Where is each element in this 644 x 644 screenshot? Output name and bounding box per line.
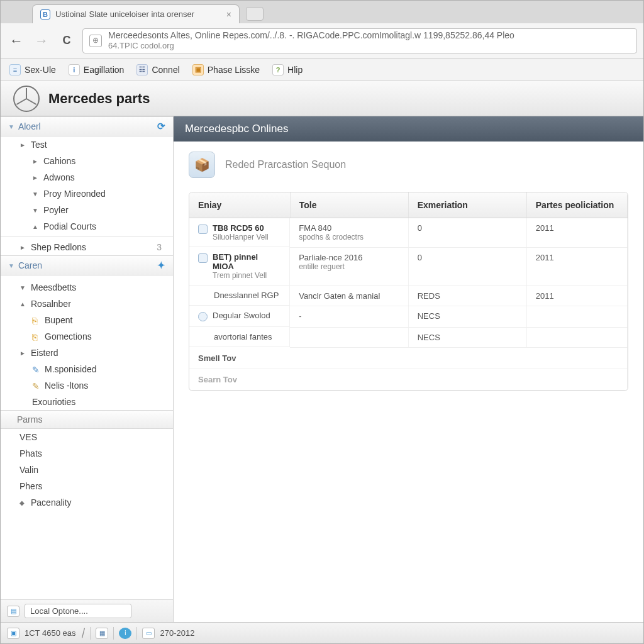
address-bar-row: ← → C ⊕ Merceedesonts Altes, Online Repe… bbox=[1, 23, 643, 58]
col-exmeriantion[interactable]: Exmeriation bbox=[408, 192, 526, 218]
caret-right-icon: ► bbox=[19, 142, 27, 148]
table-footer-row: Searn Tov bbox=[189, 369, 628, 390]
folder-icon: ⎘ bbox=[32, 332, 41, 341]
sidebar-section-parms[interactable]: Parms bbox=[1, 410, 173, 429]
sidebar-item-cahions[interactable]: ►Cahions bbox=[1, 153, 173, 169]
sidebar-item-podial[interactable]: ▲Podial Courts bbox=[1, 218, 173, 235]
bookmark-item[interactable]: ☷ Connel bbox=[136, 64, 179, 75]
window-icon[interactable]: ▣ bbox=[7, 628, 19, 639]
radio-icon[interactable] bbox=[198, 312, 208, 321]
close-icon[interactable]: × bbox=[226, 9, 231, 19]
edit-icon: ✎ bbox=[32, 365, 41, 374]
bookmarks-bar: ≡ Sex-Ule i Eagillation ☷ Connel ▣ Phase… bbox=[1, 58, 643, 81]
status-left-text: 1CT 4650 eas bbox=[25, 628, 75, 638]
col-partes[interactable]: Partes peoliciation bbox=[526, 192, 627, 218]
chevron-down-icon: ▼ bbox=[8, 123, 14, 130]
sidebar-item-nelis[interactable]: ✎Nelis -ltons bbox=[1, 377, 173, 394]
data-table: Eniay Tole Exmeriation Partes peoliciati… bbox=[189, 192, 628, 391]
panel-icon[interactable]: ▤ bbox=[7, 606, 19, 617]
sidebar-item-phers[interactable]: Phers bbox=[1, 478, 173, 494]
bookmark-icon: ▣ bbox=[192, 64, 204, 75]
status-bar: ▣ 1CT 4650 eas ⎮ ▦ i ▭ 270-2012 bbox=[1, 622, 643, 643]
reload-button[interactable]: C bbox=[57, 31, 76, 50]
sidebar-section-aloerl[interactable]: ▼ Aloerl ⟳ bbox=[1, 116, 173, 136]
package-icon: 📦 bbox=[189, 152, 215, 178]
tab-favicon-icon: B bbox=[40, 9, 50, 19]
caret-down-icon: ▼ bbox=[32, 207, 40, 214]
new-tab-button[interactable] bbox=[246, 7, 264, 21]
bookmark-icon: i bbox=[69, 64, 80, 75]
calendar-icon[interactable]: ▭ bbox=[142, 628, 155, 639]
mercedes-logo-icon bbox=[13, 86, 40, 112]
section-bar: 📦 Reded Prarcastion Sequon bbox=[174, 142, 643, 192]
address-line-2: 64.TPIC codol.org bbox=[108, 41, 514, 51]
divider-icon: ⎮ bbox=[80, 628, 85, 638]
status-date: 270-2012 bbox=[160, 628, 194, 638]
caret-right-icon: ► bbox=[19, 244, 27, 251]
sidebar-item-rosalnber[interactable]: ▲Rosalnber bbox=[1, 296, 173, 312]
checkbox-icon[interactable] bbox=[198, 253, 208, 263]
bookmark-icon: ☷ bbox=[136, 64, 148, 75]
content-header: Mercedespbc Onlines bbox=[174, 116, 643, 142]
sidebar-item-ves[interactable]: VES bbox=[1, 429, 173, 445]
table-footer-row: Smell Tov bbox=[189, 347, 628, 369]
table-row[interactable]: Dnesslannel RGPVanclr Gaten & manialREDS… bbox=[189, 286, 628, 306]
col-tole[interactable]: Tole bbox=[290, 192, 408, 218]
caret-right-icon: ► bbox=[32, 158, 40, 165]
info-icon[interactable]: i bbox=[119, 628, 131, 639]
settings-icon[interactable]: ✦ bbox=[157, 260, 165, 271]
caret-down-icon: ▼ bbox=[19, 284, 27, 291]
sidebar-item-bupent[interactable]: ⎘Bupent bbox=[1, 312, 173, 328]
bookmark-item[interactable]: ≡ Sex-Ule bbox=[9, 64, 56, 75]
bookmark-item[interactable]: i Eagillation bbox=[69, 64, 125, 75]
caret-up-icon: ▲ bbox=[19, 301, 27, 308]
pencil-icon: ✎ bbox=[32, 381, 41, 390]
forward-button[interactable]: → bbox=[32, 31, 51, 50]
sidebar-item-poyler[interactable]: ▼Poyler bbox=[1, 202, 173, 218]
sidebar: ▼ Aloerl ⟳ ►Test ►Cahions ►Adwons ▼Proy … bbox=[1, 116, 174, 622]
table-header-row: Eniay Tole Exmeriation Partes peoliciati… bbox=[189, 192, 628, 218]
back-button[interactable]: ← bbox=[7, 31, 26, 50]
site-info-icon[interactable]: ⊕ bbox=[89, 35, 102, 47]
app-title: Mercedes parts bbox=[48, 91, 150, 107]
bookmark-icon: ≡ bbox=[9, 64, 21, 75]
bookmark-item[interactable]: ? Hlip bbox=[272, 64, 303, 75]
sidebar-item-adwons[interactable]: ►Adwons bbox=[1, 169, 173, 186]
col-eniay[interactable]: Eniay bbox=[189, 192, 290, 218]
sidebar-item-msponisided[interactable]: ✎M.sponisided bbox=[1, 361, 173, 377]
grid-icon[interactable]: ▦ bbox=[96, 628, 108, 639]
chevron-down-icon: ▼ bbox=[8, 262, 14, 269]
sidebar-item-phats[interactable]: Phats bbox=[1, 445, 173, 462]
sidebar-section-caren[interactable]: ▼ Caren ✦ bbox=[1, 255, 173, 275]
content-pane: Mercedespbc Onlines 📦 Reded Prarcastion … bbox=[174, 116, 643, 622]
caret-down-icon: ▼ bbox=[32, 191, 40, 197]
local-options-dropdown[interactable]: Local Optone.... bbox=[25, 604, 131, 618]
sidebar-item-pacenality[interactable]: ◆Pacenality bbox=[1, 494, 173, 511]
table-row[interactable]: TB8 RCD5 60SiluoHanper VellFMA 840spodhs… bbox=[189, 218, 628, 248]
table-row[interactable]: avortorial fantesNECS bbox=[189, 327, 628, 347]
address-input[interactable]: ⊕ Merceedesonts Altes, Online Repes.com/… bbox=[82, 28, 637, 53]
table-row[interactable]: BET) pinnel MIOATrem pinnet VellParliale… bbox=[189, 247, 628, 286]
sidebar-item-test[interactable]: ►Test bbox=[1, 136, 173, 153]
sidebar-item-exourioties[interactable]: Exourioties bbox=[1, 394, 173, 410]
caret-right-icon: ► bbox=[32, 174, 40, 181]
caret-up-icon: ▲ bbox=[32, 223, 40, 230]
checkbox-icon[interactable] bbox=[198, 225, 208, 234]
tab-bar: B Ustioinal Slate uniceloiser inta orens… bbox=[1, 1, 643, 23]
bookmark-item[interactable]: ▣ Phase Lisske bbox=[192, 64, 260, 75]
sidebar-item-proy[interactable]: ▼Proy Mireonded bbox=[1, 186, 173, 202]
sidebar-item-eisterd[interactable]: ►Eisterd bbox=[1, 345, 173, 361]
tab-title: Ustioinal Slate uniceloiser inta orenser bbox=[55, 9, 194, 19]
app-header: Mercedes parts bbox=[1, 81, 643, 116]
sidebar-item-meesdbetts[interactable]: ▼Meesdbetts bbox=[1, 279, 173, 296]
bookmark-icon: ? bbox=[272, 64, 284, 75]
sidebar-item-valn[interactable]: Valin bbox=[1, 462, 173, 478]
browser-tab[interactable]: B Ustioinal Slate uniceloiser inta orens… bbox=[32, 4, 240, 23]
sidebar-item-shep[interactable]: ► Shep Redlons 3 bbox=[1, 239, 173, 255]
caret-right-icon: ► bbox=[19, 350, 27, 357]
table-row[interactable]: Degular Swolod-NECS bbox=[189, 306, 628, 327]
sync-icon[interactable]: ⟳ bbox=[157, 121, 165, 132]
section-title: Reded Prarcastion Sequon bbox=[225, 159, 346, 170]
sidebar-item-gomections[interactable]: ⎘Gomections bbox=[1, 328, 173, 345]
folder-icon: ⎘ bbox=[32, 316, 41, 325]
